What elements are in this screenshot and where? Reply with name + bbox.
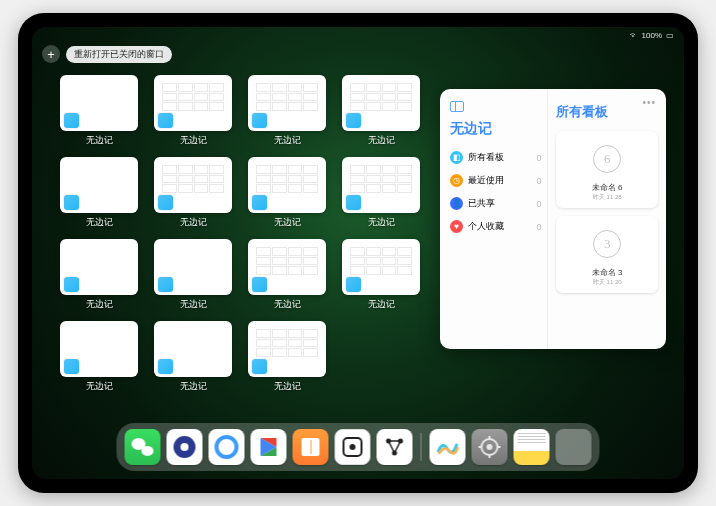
window-thumbnail[interactable] xyxy=(342,75,420,131)
dock-app-qq-browser[interactable] xyxy=(209,429,245,465)
window-tile-label: 无边记 xyxy=(86,298,113,311)
window-tile-label: 无边记 xyxy=(86,134,113,147)
top-bar: + 重新打开已关闭的窗口 xyxy=(42,45,172,63)
dock-app-google-play[interactable] xyxy=(251,429,287,465)
wifi-icon: ᯤ xyxy=(630,31,638,40)
window-tile-label: 无边记 xyxy=(368,298,395,311)
ipad-frame: ᯤ 100% ▭ + 重新打开已关闭的窗口 无边记无边记无边记无边记无边记无边记… xyxy=(18,13,698,493)
dock-app-wechat[interactable] xyxy=(125,429,161,465)
window-tile[interactable]: 无边记 xyxy=(60,75,138,151)
board-subtitle: 昨天 11:20 xyxy=(593,278,622,287)
dock-app-nodes[interactable] xyxy=(377,429,413,465)
board-name: 未命名 3 xyxy=(592,267,623,278)
window-thumbnail[interactable] xyxy=(154,157,232,213)
window-thumbnail[interactable] xyxy=(248,239,326,295)
window-tile[interactable]: 无边记 xyxy=(248,321,326,397)
category-count: 0 xyxy=(536,176,541,186)
dock xyxy=(117,423,600,471)
screen: ᯤ 100% ▭ + 重新打开已关闭的窗口 无边记无边记无边记无边记无边记无边记… xyxy=(32,27,684,479)
category-label: 个人收藏 xyxy=(468,220,504,233)
status-bar: ᯤ 100% ▭ xyxy=(630,31,674,40)
panel-content: 所有看板 6 未命名 6 昨天 11:28 3 未命名 3 昨天 11:20 xyxy=(548,89,666,349)
window-thumbnail[interactable] xyxy=(248,321,326,377)
window-tile-label: 无边记 xyxy=(274,380,301,393)
category-row[interactable]: ♥ 个人收藏 0 xyxy=(450,215,541,238)
board-preview: 6 xyxy=(577,137,637,181)
window-tile[interactable]: 无边记 xyxy=(248,157,326,233)
window-tile-label: 无边记 xyxy=(274,298,301,311)
window-tile-label: 无边记 xyxy=(368,216,395,229)
window-tile[interactable]: 无边记 xyxy=(154,321,232,397)
window-tile[interactable]: 无边记 xyxy=(248,239,326,315)
window-tile[interactable]: 无边记 xyxy=(342,157,420,233)
window-tile-label: 无边记 xyxy=(274,134,301,147)
window-thumbnail[interactable] xyxy=(60,75,138,131)
battery-icon: ▭ xyxy=(666,31,674,40)
window-thumbnail[interactable] xyxy=(154,239,232,295)
board-subtitle: 昨天 11:28 xyxy=(593,193,622,202)
category-row[interactable]: ◷ 最近使用 0 xyxy=(450,169,541,192)
board-card[interactable]: 6 未命名 6 昨天 11:28 xyxy=(556,131,658,208)
category-icon: ◧ xyxy=(450,151,463,164)
category-row[interactable]: ◧ 所有看板 0 xyxy=(450,146,541,169)
window-thumbnail[interactable] xyxy=(342,157,420,213)
board-name: 未命名 6 xyxy=(592,182,623,193)
board-card[interactable]: 3 未命名 3 昨天 11:20 xyxy=(556,216,658,293)
reopen-closed-window-button[interactable]: 重新打开已关闭的窗口 xyxy=(66,46,172,63)
window-tile-label: 无边记 xyxy=(86,216,113,229)
window-thumbnail[interactable] xyxy=(154,75,232,131)
window-tile-label: 无边记 xyxy=(180,216,207,229)
sidebar-toggle-icon[interactable] xyxy=(450,101,464,112)
window-thumbnail[interactable] xyxy=(154,321,232,377)
battery-label: 100% xyxy=(642,31,662,40)
dock-app-notes[interactable] xyxy=(514,429,550,465)
window-tile-label: 无边记 xyxy=(86,380,113,393)
category-label: 已共享 xyxy=(468,197,495,210)
window-thumbnail[interactable] xyxy=(248,75,326,131)
window-tile[interactable]: 无边记 xyxy=(248,75,326,151)
dock-app-settings[interactable] xyxy=(472,429,508,465)
category-icon: 👤 xyxy=(450,197,463,210)
window-tile-label: 无边记 xyxy=(180,134,207,147)
window-thumbnail[interactable] xyxy=(248,157,326,213)
window-tile-label: 无边记 xyxy=(368,134,395,147)
window-thumbnail[interactable] xyxy=(60,239,138,295)
window-tile[interactable]: 无边记 xyxy=(342,75,420,151)
panel-sidebar: 无边记 ◧ 所有看板 0 ◷ 最近使用 0 👤 已共享 0 ♥ 个人收藏 0 xyxy=(440,89,548,349)
category-count: 0 xyxy=(536,153,541,163)
window-tile[interactable]: 无边记 xyxy=(154,157,232,233)
add-button[interactable]: + xyxy=(42,45,60,63)
panel-title: 无边记 xyxy=(450,120,541,138)
window-tile[interactable]: 无边记 xyxy=(342,239,420,315)
window-tile[interactable]: 无边记 xyxy=(60,157,138,233)
window-tile-label: 无边记 xyxy=(180,380,207,393)
window-thumbnail[interactable] xyxy=(60,157,138,213)
category-label: 最近使用 xyxy=(468,174,504,187)
window-tile[interactable]: 无边记 xyxy=(154,239,232,315)
category-row[interactable]: 👤 已共享 0 xyxy=(450,192,541,215)
category-icon: ♥ xyxy=(450,220,463,233)
window-thumbnail[interactable] xyxy=(342,239,420,295)
window-thumbnail[interactable] xyxy=(60,321,138,377)
dock-separator xyxy=(421,433,422,461)
svg-point-4 xyxy=(487,444,493,450)
category-count: 0 xyxy=(536,199,541,209)
board-sketch: 3 xyxy=(593,230,621,258)
dock-app-quark[interactable] xyxy=(167,429,203,465)
dock-app-app-library[interactable] xyxy=(556,429,592,465)
window-tile-label: 无边记 xyxy=(274,216,301,229)
category-icon: ◷ xyxy=(450,174,463,187)
window-tile-label: 无边记 xyxy=(180,298,207,311)
freeform-panel[interactable]: ••• 无边记 ◧ 所有看板 0 ◷ 最近使用 0 👤 已共享 0 ♥ 个人收藏… xyxy=(440,89,666,349)
window-tile[interactable]: 无边记 xyxy=(154,75,232,151)
board-sketch: 6 xyxy=(593,145,621,173)
window-tile[interactable]: 无边记 xyxy=(60,321,138,397)
window-tile[interactable]: 无边记 xyxy=(60,239,138,315)
dock-app-books[interactable] xyxy=(293,429,329,465)
dock-app-freeform[interactable] xyxy=(430,429,466,465)
category-count: 0 xyxy=(536,222,541,232)
dock-app-dice[interactable] xyxy=(335,429,371,465)
category-label: 所有看板 xyxy=(468,151,504,164)
panel-ellipsis-icon[interactable]: ••• xyxy=(642,97,656,108)
window-grid: 无边记无边记无边记无边记无边记无边记无边记无边记无边记无边记无边记无边记无边记无… xyxy=(60,75,420,397)
